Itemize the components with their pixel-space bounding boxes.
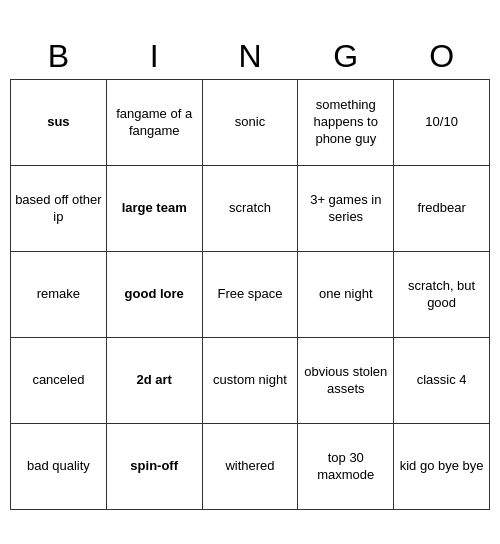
bingo-header: BINGO xyxy=(11,34,490,80)
bingo-cell: spin-off xyxy=(106,424,202,510)
bingo-cell: kid go bye bye xyxy=(394,424,490,510)
bingo-row: remakegood loreFree spaceone nightscratc… xyxy=(11,252,490,338)
bingo-cell: something happens to phone guy xyxy=(298,80,394,166)
bingo-cell: classic 4 xyxy=(394,338,490,424)
bingo-card: BINGO susfangame of a fangamesonicsometh… xyxy=(10,34,490,510)
bingo-cell: bad quality xyxy=(11,424,107,510)
bingo-cell: fangame of a fangame xyxy=(106,80,202,166)
header-letter: G xyxy=(298,34,394,80)
bingo-cell: obvious stolen assets xyxy=(298,338,394,424)
bingo-cell: remake xyxy=(11,252,107,338)
bingo-cell: withered xyxy=(202,424,298,510)
bingo-cell: custom night xyxy=(202,338,298,424)
bingo-row: based off other iplarge teamscratch3+ ga… xyxy=(11,166,490,252)
bingo-row: bad qualityspin-offwitheredtop 30 maxmod… xyxy=(11,424,490,510)
bingo-cell: sus xyxy=(11,80,107,166)
bingo-cell: one night xyxy=(298,252,394,338)
bingo-row: susfangame of a fangamesonicsomething ha… xyxy=(11,80,490,166)
bingo-cell: canceled xyxy=(11,338,107,424)
bingo-cell: sonic xyxy=(202,80,298,166)
header-letter: O xyxy=(394,34,490,80)
bingo-cell: scratch, but good xyxy=(394,252,490,338)
header-letter: I xyxy=(106,34,202,80)
bingo-cell: Free space xyxy=(202,252,298,338)
header-letter: B xyxy=(11,34,107,80)
bingo-cell: fredbear xyxy=(394,166,490,252)
bingo-row: canceled2d artcustom nightobvious stolen… xyxy=(11,338,490,424)
bingo-cell: 3+ games in series xyxy=(298,166,394,252)
bingo-cell: top 30 maxmode xyxy=(298,424,394,510)
bingo-cell: 10/10 xyxy=(394,80,490,166)
bingo-cell: large team xyxy=(106,166,202,252)
bingo-cell: scratch xyxy=(202,166,298,252)
header-letter: N xyxy=(202,34,298,80)
bingo-cell: 2d art xyxy=(106,338,202,424)
bingo-cell: good lore xyxy=(106,252,202,338)
bingo-cell: based off other ip xyxy=(11,166,107,252)
